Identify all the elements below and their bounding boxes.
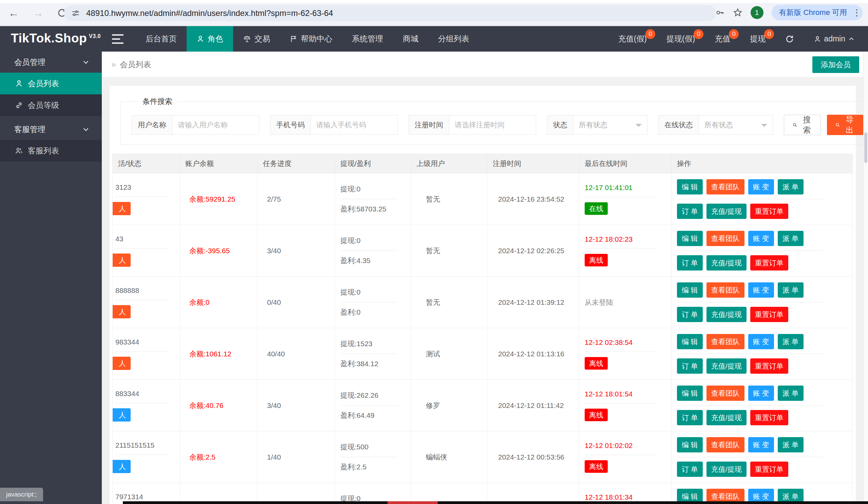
sidebar-item-service-list[interactable]: 客服列表 bbox=[0, 140, 102, 162]
nav-item-trade[interactable]: 交易 bbox=[233, 26, 280, 52]
recharge-withdraw-button[interactable]: 充值/提现 bbox=[706, 255, 746, 270]
cell-withdraw-profit: 提现:0 盈利:58703.25 bbox=[335, 173, 411, 225]
view-team-button[interactable]: 查看团队 bbox=[706, 437, 744, 452]
browser-menu-icon[interactable]: ⋮ bbox=[852, 10, 859, 15]
nav-withdraw-fake[interactable]: 提现(假)0 bbox=[657, 26, 705, 52]
address-bar[interactable]: 48910.hwymw.net/admin#/admin/users/index… bbox=[64, 5, 716, 21]
add-member-button[interactable]: 添加会员 bbox=[812, 56, 859, 73]
table-row: 983344 人 余额:1061.12 40/40 提现:1523 盈利:384… bbox=[112, 328, 853, 380]
edit-button[interactable]: 编 辑 bbox=[677, 282, 703, 298]
withdraw-value: 提现:0 bbox=[340, 287, 361, 297]
dispatch-order-button[interactable]: 派 单 bbox=[778, 179, 804, 195]
orders-button[interactable]: 订 单 bbox=[677, 462, 703, 477]
orders-button[interactable]: 订 单 bbox=[677, 358, 703, 374]
nav-item-mall[interactable]: 商城 bbox=[393, 26, 428, 52]
recharge-withdraw-button[interactable]: 充值/提现 bbox=[706, 462, 746, 477]
orders-button[interactable]: 订 单 bbox=[677, 255, 703, 270]
browser-profile-avatar[interactable]: 1 bbox=[751, 6, 764, 19]
view-team-button[interactable]: 查看团队 bbox=[706, 385, 744, 401]
browser-forward-button[interactable]: → bbox=[33, 7, 43, 19]
dispatch-order-button[interactable]: 派 单 bbox=[778, 231, 804, 246]
action-row-2: 订 单充值/提现重置订单 bbox=[677, 462, 788, 477]
menu-toggle-icon[interactable] bbox=[112, 34, 124, 44]
account-change-button[interactable]: 账 变 bbox=[748, 179, 774, 195]
cell-register-time: 2024-12-12 01:39:12 bbox=[487, 277, 579, 328]
cell-divider bbox=[340, 199, 397, 199]
account-change-button[interactable]: 账 变 bbox=[748, 334, 774, 349]
scrollbar-red-segment bbox=[388, 501, 438, 504]
reset-orders-button[interactable]: 重置订单 bbox=[750, 307, 788, 322]
user-id: 3123 bbox=[115, 183, 131, 192]
view-team-button[interactable]: 查看团队 bbox=[706, 179, 744, 195]
export-button[interactable]: 导 出 bbox=[827, 115, 863, 135]
password-key-icon[interactable] bbox=[715, 8, 725, 17]
sidebar-item-member-level[interactable]: 会员等级 bbox=[0, 94, 102, 116]
register-time-input[interactable] bbox=[449, 115, 536, 135]
cell-user-status: 3123 人 bbox=[112, 173, 180, 225]
recharge-withdraw-button[interactable]: 充值/提现 bbox=[706, 204, 746, 219]
view-team-button[interactable]: 查看团队 bbox=[706, 334, 744, 349]
username-input[interactable] bbox=[172, 115, 259, 135]
edit-button[interactable]: 编 辑 bbox=[677, 179, 703, 195]
edit-button[interactable]: 编 辑 bbox=[677, 334, 703, 349]
chevron-down-icon bbox=[82, 126, 90, 133]
chrome-update-pill[interactable]: 有新版 Chrome 可用 ⋮ bbox=[772, 5, 862, 20]
status-select[interactable]: 所有状态 bbox=[574, 115, 648, 135]
recharge-withdraw-button[interactable]: 充值/提现 bbox=[706, 410, 746, 425]
table-row: 43 人 余额:-395.65 3/40 提现:0 盈利:4.35 暂无 202… bbox=[112, 225, 853, 277]
recharge-withdraw-button[interactable]: 充值/提现 bbox=[706, 358, 746, 374]
reset-orders-button[interactable]: 重置订单 bbox=[750, 358, 788, 374]
nav-recharge[interactable]: 充值0 bbox=[705, 26, 740, 52]
view-team-button[interactable]: 查看团队 bbox=[706, 231, 744, 246]
nav-item-group-list[interactable]: 分组列表 bbox=[428, 26, 479, 52]
nav-item-help-center[interactable]: 帮助中心 bbox=[280, 26, 342, 52]
app-logo: TikTok.ShopV3.0 bbox=[11, 31, 101, 45]
nav-recharge-fake[interactable]: 充值(假)0 bbox=[608, 26, 657, 52]
table-row: 7971314 人 余额:-375.84 33/40 提现:0 盈利:82.28… bbox=[112, 483, 853, 504]
vertical-scrollbar[interactable] bbox=[863, 52, 868, 501]
account-change-button[interactable]: 账 变 bbox=[748, 231, 774, 246]
reset-orders-button[interactable]: 重置订单 bbox=[750, 204, 788, 219]
refresh-icon[interactable] bbox=[775, 26, 804, 52]
badge-count: 0 bbox=[729, 29, 739, 39]
site-settings-icon[interactable] bbox=[71, 9, 80, 18]
cell-parent-user: 修罗 bbox=[411, 380, 487, 431]
dispatch-order-button[interactable]: 派 单 bbox=[778, 334, 804, 349]
edit-button[interactable]: 编 辑 bbox=[677, 437, 703, 452]
edit-button[interactable]: 编 辑 bbox=[677, 385, 703, 401]
dispatch-order-button[interactable]: 派 单 bbox=[778, 385, 804, 401]
reset-orders-button[interactable]: 重置订单 bbox=[750, 410, 788, 425]
reset-orders-button[interactable]: 重置订单 bbox=[750, 255, 788, 270]
bookmark-star-icon[interactable] bbox=[733, 8, 742, 17]
recharge-withdraw-button[interactable]: 充值/提现 bbox=[706, 307, 746, 322]
edit-button[interactable]: 编 辑 bbox=[677, 231, 703, 246]
account-change-button[interactable]: 账 变 bbox=[748, 437, 774, 452]
nav-item-system[interactable]: 系统管理 bbox=[342, 26, 393, 52]
account-change-button[interactable]: 账 变 bbox=[748, 282, 774, 298]
orders-button[interactable]: 订 单 bbox=[677, 204, 703, 219]
phone-input[interactable] bbox=[311, 115, 398, 135]
search-button[interactable]: 搜 索 bbox=[784, 115, 821, 135]
browser-back-button[interactable]: ← bbox=[8, 7, 19, 19]
cell-last-online: 12-12 18:01:34 离线 bbox=[579, 483, 672, 504]
orders-button[interactable]: 订 单 bbox=[677, 307, 703, 322]
view-team-button[interactable]: 查看团队 bbox=[706, 282, 744, 298]
orders-button[interactable]: 订 单 bbox=[677, 410, 703, 425]
sidebar-group-member-mgmt[interactable]: 会员管理 bbox=[0, 52, 102, 73]
reset-orders-button[interactable]: 重置订单 bbox=[750, 462, 788, 477]
dispatch-order-button[interactable]: 派 单 bbox=[778, 437, 804, 452]
dispatch-order-button[interactable]: 派 单 bbox=[778, 282, 804, 298]
account-change-button[interactable]: 账 变 bbox=[748, 385, 774, 401]
table-row: 883344 人 余额:40.76 3/40 提现:262.26 盈利:64.4… bbox=[112, 380, 853, 431]
parent-user: 暂无 bbox=[426, 195, 440, 204]
horizontal-scrollbar[interactable] bbox=[123, 501, 868, 504]
nav-item-dashboard[interactable]: 后台首页 bbox=[136, 26, 187, 52]
nav-withdraw[interactable]: 提现0 bbox=[740, 26, 775, 52]
online-status-select[interactable]: 所有状态 bbox=[699, 115, 773, 135]
scrollbar-thumb[interactable] bbox=[864, 132, 867, 163]
nav-item-roles[interactable]: 角色 bbox=[187, 26, 233, 52]
sidebar-item-member-list[interactable]: 会员列表 bbox=[0, 73, 102, 94]
sidebar-group-service-mgmt[interactable]: 客服管理 bbox=[0, 119, 102, 140]
withdraw-value: 提现:0 bbox=[340, 184, 361, 194]
user-menu[interactable]: admin bbox=[804, 26, 865, 52]
